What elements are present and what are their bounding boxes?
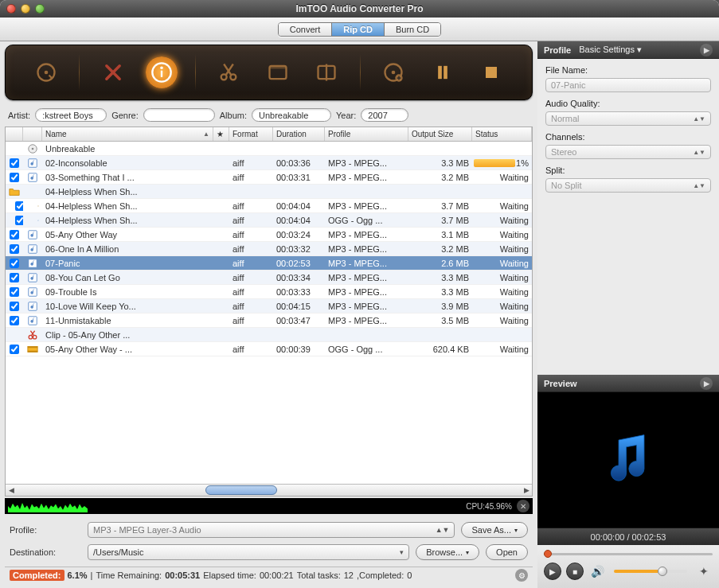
- row-checkbox[interactable]: [10, 316, 19, 325]
- row-status: Waiting: [472, 272, 532, 283]
- snapshot-button[interactable]: ✦: [695, 563, 713, 580]
- table-row[interactable]: 04-Helpless When Sh...: [6, 185, 532, 199]
- col-check[interactable]: [6, 127, 23, 141]
- table-row[interactable]: 07-Panicaiff00:02:53MP3 - MPEG...2.6 MBW…: [6, 256, 532, 271]
- row-format: aiff: [229, 344, 273, 355]
- preview-panel-header: Preview ▶: [537, 375, 719, 392]
- table-row[interactable]: 02-Inconsolableaiff00:03:36MP3 - MPEG...…: [6, 156, 532, 170]
- row-checkbox[interactable]: [10, 244, 19, 254]
- tab-burn-cd[interactable]: Burn CD: [385, 23, 440, 36]
- info-button[interactable]: [146, 56, 178, 88]
- row-checkbox[interactable]: [10, 173, 19, 182]
- col-format[interactable]: Format: [229, 127, 273, 141]
- row-size: 3.3 MB: [408, 272, 472, 283]
- row-duration: 00:03:34: [273, 272, 325, 283]
- minimize-window-button[interactable]: [21, 4, 30, 14]
- col-profile[interactable]: Profile: [325, 127, 408, 141]
- gear-icon[interactable]: ⚙: [515, 569, 528, 582]
- audio-quality-dropdown[interactable]: Normal▲▼: [545, 111, 711, 126]
- scroll-right-icon[interactable]: ▶: [521, 485, 532, 496]
- rip-button[interactable]: [377, 56, 409, 88]
- scrollbar-thumb[interactable]: [205, 485, 277, 495]
- horizontal-scrollbar[interactable]: ◀ ▶: [6, 484, 532, 496]
- album-field[interactable]: Unbreakable: [252, 108, 331, 122]
- table-row[interactable]: 09-Trouble Isaiff00:03:33MP3 - MPEG...3.…: [6, 285, 532, 299]
- col-name[interactable]: Name▲: [42, 127, 213, 141]
- profile-combo[interactable]: MP3 - MPEG Layer-3 Audio▲▼: [88, 522, 455, 538]
- open-button[interactable]: Open: [486, 544, 528, 560]
- table-row[interactable]: Unbreakable: [6, 142, 532, 156]
- row-checkbox[interactable]: [10, 259, 19, 268]
- file-name-field[interactable]: 07-Panic: [545, 78, 711, 92]
- tab-convert[interactable]: Convert: [279, 23, 333, 36]
- col-duration[interactable]: Duration: [273, 127, 325, 141]
- audio-icon: [27, 272, 38, 283]
- track-list: Name▲ ★ Format Duration Profile Output S…: [5, 127, 533, 496]
- row-checkbox[interactable]: [10, 230, 19, 239]
- table-row[interactable]: 04-Helpless When Sh...aiff00:04:04MP3 - …: [6, 199, 532, 213]
- row-checkbox[interactable]: [10, 302, 19, 311]
- expand-right-icon[interactable]: ▶: [700, 377, 713, 390]
- preview-title: Preview: [544, 379, 577, 388]
- row-profile: MP3 - MPEG...: [325, 272, 408, 283]
- effects-button[interactable]: [262, 56, 294, 88]
- seek-slider[interactable]: [544, 550, 713, 558]
- row-status: Waiting: [472, 344, 532, 355]
- stop-button[interactable]: [475, 56, 507, 88]
- profile-row: Profile: MP3 - MPEG Layer-3 Audio▲▼ Save…: [5, 514, 533, 541]
- table-row[interactable]: 10-Love Will Keep Yo...aiff00:04:15MP3 -…: [6, 299, 532, 313]
- play-button[interactable]: ▶: [544, 563, 561, 580]
- split-dropdown[interactable]: No Split▲▼: [545, 178, 711, 193]
- row-checkbox[interactable]: [15, 216, 23, 225]
- close-window-button[interactable]: [6, 4, 16, 14]
- row-status: Waiting: [472, 315, 532, 326]
- table-row[interactable]: 05-Any Other Way - ...aiff00:00:39OGG - …: [6, 342, 532, 356]
- row-status: Waiting: [472, 301, 532, 312]
- profile-panel-title: Profile: [544, 45, 571, 55]
- save-as-button[interactable]: Save As...▾: [461, 522, 528, 538]
- col-star[interactable]: ★: [213, 127, 229, 141]
- browse-button[interactable]: Browse...▾: [416, 544, 479, 560]
- table-row[interactable]: 04-Helpless When Sh...aiff00:04:04OGG - …: [6, 213, 532, 228]
- volume-icon[interactable]: 🔊: [588, 563, 606, 580]
- row-checkbox[interactable]: [10, 273, 19, 282]
- col-icon[interactable]: [23, 127, 42, 141]
- row-profile: MP3 - MPEG...: [325, 243, 408, 255]
- expand-right-icon[interactable]: ▶: [700, 44, 713, 56]
- add-cd-button[interactable]: [30, 56, 62, 88]
- row-checkbox[interactable]: [10, 287, 19, 297]
- artist-field[interactable]: :kstreet Boys: [35, 108, 107, 122]
- split-button[interactable]: [311, 56, 342, 88]
- col-status[interactable]: Status: [472, 127, 532, 141]
- row-duration: 00:03:24: [273, 229, 325, 240]
- row-checkbox[interactable]: [10, 158, 19, 168]
- cpu-label: CPU:: [466, 502, 485, 511]
- cpu-settings-icon[interactable]: ✕: [517, 500, 529, 512]
- basic-settings-menu[interactable]: Basic Settings ▾: [579, 45, 642, 55]
- remove-button[interactable]: [97, 56, 129, 88]
- cpu-bar: CPU:45.96% ✕: [5, 498, 533, 514]
- year-field[interactable]: 2007: [361, 108, 408, 122]
- table-row[interactable]: 08-You Can Let Goaiff00:03:34MP3 - MPEG.…: [6, 271, 532, 285]
- table-row[interactable]: 11-Unmistakableaiff00:03:47MP3 - MPEG...…: [6, 313, 532, 328]
- table-row[interactable]: Clip - 05-Any Other ...: [6, 328, 532, 342]
- volume-slider[interactable]: [614, 570, 687, 573]
- row-profile: MP3 - MPEG...: [325, 301, 408, 312]
- row-checkbox[interactable]: [10, 345, 19, 354]
- col-output-size[interactable]: Output Size: [408, 127, 472, 141]
- pause-button[interactable]: [427, 56, 459, 88]
- table-row[interactable]: 03-Something That I ...aiff00:03:31MP3 -…: [6, 170, 532, 185]
- table-row[interactable]: 06-One In A Millionaiff00:03:32MP3 - MPE…: [6, 242, 532, 256]
- clip-button[interactable]: [213, 56, 244, 88]
- album-label: Album:: [220, 111, 247, 120]
- zoom-window-button[interactable]: [35, 4, 45, 14]
- channels-dropdown[interactable]: Stereo▲▼: [545, 145, 711, 159]
- destination-combo[interactable]: /Users/Music▾: [88, 544, 409, 560]
- table-row[interactable]: 05-Any Other Wayaiff00:03:24MP3 - MPEG..…: [6, 228, 532, 242]
- tab-rip-cd[interactable]: Rip CD: [332, 23, 385, 36]
- scroll-left-icon[interactable]: ◀: [6, 485, 17, 496]
- row-name: 10-Love Will Keep Yo...: [42, 301, 213, 312]
- genre-field[interactable]: [143, 108, 215, 122]
- row-checkbox[interactable]: [15, 201, 23, 211]
- stop-playback-button[interactable]: ■: [566, 563, 584, 580]
